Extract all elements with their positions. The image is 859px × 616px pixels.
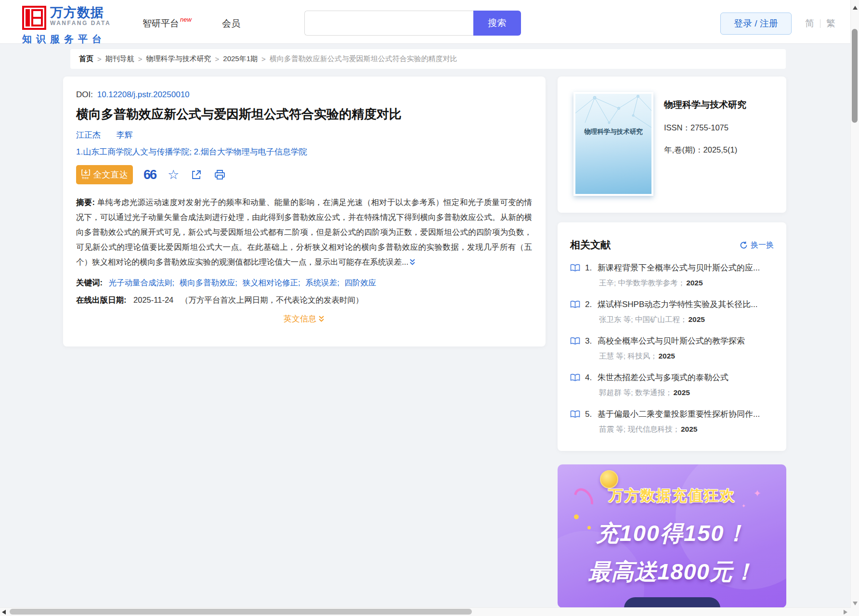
journal-volume-row: 年,卷(期)：2025,5(1) <box>664 145 746 155</box>
expand-abstract-chevron-icon[interactable] <box>409 256 416 270</box>
related-item-year: 2025 <box>686 279 703 287</box>
related-item-title[interactable]: 新课程背景下全概率公式与贝叶斯公式的应... <box>598 262 774 273</box>
nav-member[interactable]: 会员 <box>222 17 240 30</box>
related-title: 相关文献 <box>570 238 611 252</box>
book-icon <box>570 300 580 308</box>
article-card: DOI: 10.12208/j.pstr.20250010 横向多普勒效应新公式… <box>63 77 546 346</box>
search-bar: 搜索 <box>304 11 521 36</box>
nav-zhiyan-platform[interactable]: 智研平台new <box>143 17 191 30</box>
horizontal-scrollbar[interactable] <box>0 607 850 616</box>
english-info-toggle[interactable]: 英文信息 <box>284 313 325 324</box>
breadcrumb-separator: > <box>97 55 102 63</box>
search-input[interactable] <box>304 11 473 36</box>
doi-row: DOI: 10.12208/j.pstr.20250010 <box>76 90 532 100</box>
vertical-scroll-thumb[interactable] <box>852 29 858 123</box>
volume-value: 2025,5(1) <box>703 145 738 154</box>
header: 万方数据 WANFANG DATA 知识服务平台 智研平台new 会员 搜索 登… <box>0 0 859 44</box>
cite-icon[interactable]: 66 <box>143 168 156 181</box>
pubdate-value: 2025-11-24 <box>133 295 173 304</box>
issn-label: ISSN： <box>664 123 690 132</box>
abstract: 摘要: 单纯考虑光源运动速度对发射光子的频率和动量、能量的影响，在满足光速（相对… <box>76 195 532 270</box>
scroll-left-arrow[interactable] <box>2 610 6 615</box>
book-icon <box>570 373 580 382</box>
author-link[interactable]: 江正杰 <box>76 130 101 140</box>
fulltext-button[interactable]: free 全文直达 <box>76 165 133 184</box>
keyword-link[interactable]: 横向多普勒效应 <box>180 278 235 287</box>
related-literature-card: 相关文献 换一换 1. 新课程背景下全概率公式与贝叶斯公式的应... 王辛; 中… <box>558 222 786 451</box>
scroll-up-arrow[interactable] <box>853 6 858 10</box>
journal-title[interactable]: 物理科学与技术研究 <box>664 99 746 111</box>
vertical-scrollbar[interactable] <box>850 0 859 616</box>
breadcrumb-journal-nav[interactable]: 期刊导航 <box>105 54 134 64</box>
promo-offer-1: 充100得150！ <box>558 518 786 549</box>
related-item-title[interactable]: 基于偏最小二乘变量投影重要性探析协同作... <box>598 409 774 420</box>
breadcrumb-current-article: 横向多普勒效应新公式与爱因斯坦公式符合实验的精度对比 <box>270 54 457 64</box>
keyword-link[interactable]: 狭义相对论修正 <box>242 278 298 287</box>
recharge-promo-banner[interactable]: ✦ ✦ 万方数据充值狂欢 充100得150！ 最高送1800元！ <box>558 464 786 608</box>
related-item-year: 2025 <box>681 425 697 433</box>
related-list: 1. 新课程背景下全概率公式与贝叶斯公式的应... 王辛; 中学数学教学参考；2… <box>570 262 774 435</box>
list-item: 2. 煤试样SHPB动态力学特性实验及其长径比... 张卫东 等; 中国矿山工程… <box>570 299 774 325</box>
search-button[interactable]: 搜索 <box>473 11 521 36</box>
scroll-down-arrow[interactable] <box>853 602 858 605</box>
scroll-right-arrow[interactable] <box>844 610 847 615</box>
doi-link[interactable]: 10.12208/j.pstr.20250010 <box>97 90 190 99</box>
related-item-source: 王慧 等; 科技风；2025 <box>599 351 774 361</box>
keyword-link[interactable]: 系统误差 <box>305 278 337 287</box>
language-toggle: 简 繁 <box>805 17 835 30</box>
doi-label: DOI: <box>76 90 93 99</box>
refresh-label: 换一换 <box>751 240 774 250</box>
related-item-authors: 苗震 等; 现代信息科技； <box>599 425 680 433</box>
print-icon[interactable] <box>214 169 226 180</box>
related-item-authors: 张卫东 等; 中国矿山工程； <box>599 315 687 323</box>
pubdate-label: 在线出版日期: <box>76 295 127 304</box>
abstract-label: 摘要: <box>76 198 95 206</box>
english-info-row: 英文信息 <box>76 313 532 324</box>
related-item-number: 3. <box>585 336 598 346</box>
list-item: 1. 新课程背景下全概率公式与贝叶斯公式的应... 王辛; 中学数学教学参考；2… <box>570 262 774 288</box>
promo-action-button[interactable] <box>624 597 720 608</box>
login-register-button[interactable]: 登录 / 注册 <box>720 13 792 35</box>
wanfang-logo[interactable]: 万方数据 WANFANG DATA 知识服务平台 <box>22 6 133 46</box>
new-badge: new <box>180 16 192 23</box>
horizontal-scroll-thumb[interactable] <box>10 609 472 615</box>
related-item-title[interactable]: 朱世杰招差公式与多项式的泰勒公式 <box>598 372 774 383</box>
list-item: 4. 朱世杰招差公式与多项式的泰勒公式 郭超群 等; 数学通报；2025 <box>570 372 774 398</box>
related-item-authors: 王辛; 中学数学教学参考； <box>599 279 685 287</box>
journal-issn-row: ISSN：2755-1075 <box>664 123 746 133</box>
related-item-title[interactable]: 高校全概率公式与贝叶斯公式的教学探索 <box>598 335 774 346</box>
book-icon <box>570 264 580 272</box>
breadcrumb-issue[interactable]: 2025年1期 <box>223 54 258 64</box>
lang-simplified[interactable]: 简 <box>805 17 814 30</box>
journal-cover[interactable]: 物理科学与技术研究 <box>573 92 653 196</box>
lang-traditional[interactable]: 繁 <box>826 17 835 30</box>
related-item-title[interactable]: 煤试样SHPB动态力学特性实验及其长径比... <box>598 299 774 310</box>
online-pubdate-row: 在线出版日期: 2025-11-24 （万方平台首次上网日期，不代表论文的发表时… <box>76 295 532 307</box>
share-icon[interactable] <box>191 169 202 180</box>
download-free-icon: free <box>81 169 90 180</box>
related-item-source: 郭超群 等; 数学通报；2025 <box>599 388 774 398</box>
author-link[interactable]: 李辉 <box>116 130 132 140</box>
related-item-number: 4. <box>585 373 598 383</box>
keyword-separator: ; <box>172 278 175 287</box>
book-icon <box>570 410 580 418</box>
keyword-link[interactable]: 四阶效应 <box>344 278 376 287</box>
related-item-source: 苗震 等; 现代信息科技；2025 <box>599 424 774 435</box>
related-item-year: 2025 <box>688 315 704 323</box>
keyword-separator: ; <box>298 278 300 287</box>
keyword-link[interactable]: 光子动量合成法则 <box>109 278 172 287</box>
list-item: 5. 基于偏最小二乘变量投影重要性探析协同作... 苗震 等; 现代信息科技；2… <box>570 409 774 435</box>
breadcrumb-separator: > <box>215 55 220 63</box>
keyword-separator: ; <box>235 278 237 287</box>
brand-subtitle: 知识服务平台 <box>22 33 133 46</box>
favorite-star-icon[interactable]: ☆ <box>168 168 179 181</box>
keywords-row: 关键词: 光子动量合成法则; 横向多普勒效应; 狭义相对论修正; 系统误差; 四… <box>76 278 532 289</box>
breadcrumb-home[interactable]: 首页 <box>79 54 93 64</box>
keyword-separator: ; <box>337 278 339 287</box>
scrollbar-corner <box>850 608 859 616</box>
article-title: 横向多普勒效应新公式与爱因斯坦公式符合实验的精度对比 <box>76 106 532 122</box>
refresh-related-button[interactable]: 换一换 <box>740 240 774 250</box>
related-item-authors: 郭超群 等; 数学通报； <box>599 388 672 397</box>
related-item-source: 王辛; 中学数学教学参考；2025 <box>599 278 774 288</box>
breadcrumb-journal[interactable]: 物理科学与技术研究 <box>146 54 211 64</box>
